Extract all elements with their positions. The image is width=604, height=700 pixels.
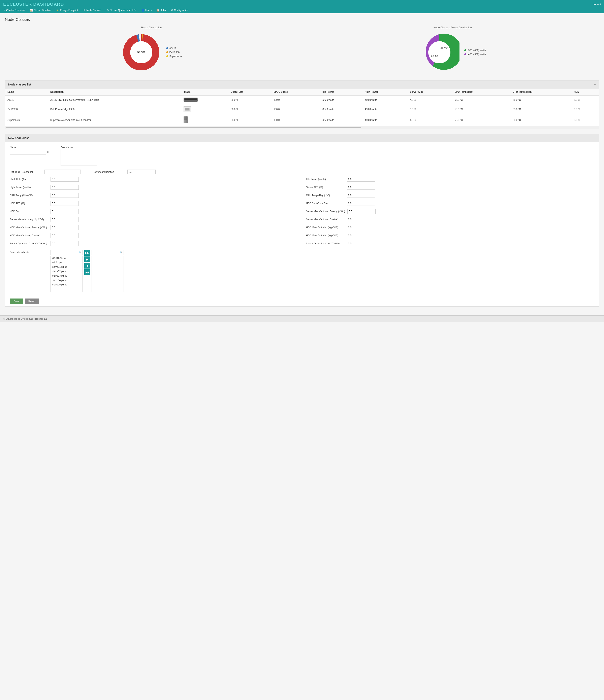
cpu-high-input[interactable] (347, 193, 375, 198)
supermicro-legend-label: Supermicro (169, 55, 182, 58)
available-hosts-list[interactable]: gpu01.pir.uo mic01.pir.uo slave01.pir.uo… (50, 256, 83, 292)
transfer-all-left-btn[interactable]: ◀◀ (84, 269, 90, 275)
col-server-afr: Server AFR (408, 89, 452, 96)
server-op-cost-input[interactable] (50, 241, 79, 246)
configuration-icon: ⚙ (171, 9, 173, 12)
host-item-slave05[interactable]: slave05.pir.uo (51, 282, 82, 287)
cell-afr-supermicro: 4.0 % (408, 114, 452, 126)
hdd-qty-input[interactable] (50, 209, 79, 214)
table-header-row: Name Description Image Useful Life SPEC … (5, 89, 599, 96)
power-consumption-input[interactable] (127, 170, 155, 174)
page-title: Node Classes (5, 17, 599, 22)
supermicro-server-image (184, 116, 188, 123)
cpu-idle-input[interactable] (50, 193, 79, 198)
idle-power-label: Idle Power (Watts) (306, 178, 344, 181)
hdd-afr-input[interactable] (50, 201, 79, 206)
available-search-input[interactable] (50, 250, 83, 255)
host-item-slave04[interactable]: slave04.pir.uo (51, 278, 82, 282)
hdd-start-stop-input[interactable] (347, 201, 375, 206)
new-node-class-collapse-btn[interactable]: − (594, 136, 596, 140)
server-mfg-cost-input[interactable] (347, 217, 375, 222)
server-op-cost-label: Server Operating Cost (CO2/KWh) (10, 242, 48, 245)
host-item-gpu01[interactable]: gpu01.pir.uo (51, 256, 82, 260)
nav-jobs[interactable]: 📋 Jobs (156, 8, 166, 12)
cell-cpu-idle-supermicro: 55.0 °C (452, 114, 510, 126)
idle-power-input[interactable] (347, 177, 375, 182)
power-label-green: 66.7% (440, 47, 448, 50)
hdd-mfg-co2-right-input[interactable] (347, 233, 375, 238)
selected-hosts-list[interactable] (92, 256, 124, 292)
server-mfg-co2-label: Server Manufacturing (Kg CO2) (10, 218, 48, 221)
transfer-right-btn[interactable]: ▶ (84, 256, 90, 262)
cell-afr-dell: 6.0 % (408, 104, 452, 114)
cell-cpu-idle-asus: 55.0 °C (452, 96, 510, 104)
title-prefix: EE (3, 2, 9, 7)
col-image: Image (181, 89, 228, 96)
high-power-row: High Power (Watts) (10, 185, 298, 190)
picture-url-input[interactable] (45, 170, 81, 174)
high-power-input[interactable] (50, 185, 79, 190)
server-mfg-cost-row: Server Manufacturing Cost (€) (306, 217, 594, 222)
nav-cluster-timeline[interactable]: 📊 Cluster Timeline (29, 8, 52, 12)
nav-node-classes[interactable]: 🖥 Node Classes (82, 8, 102, 12)
hdd-mfg-co2-input[interactable] (347, 225, 375, 230)
host-item-slave03[interactable]: slave03.pir.uo (51, 274, 82, 278)
hdd-mfg-energy-input[interactable] (50, 225, 79, 230)
useful-life-input[interactable] (50, 177, 79, 182)
scrollbar-thumb[interactable] (6, 127, 361, 128)
server-afr-row: Server AFR (%) (306, 185, 594, 190)
nav-cluster-queues[interactable]: ⚙ Cluster Queues and PEs (106, 8, 137, 12)
power-legend: [300 - 400] Watts [400 - 500] Watts (464, 49, 486, 56)
hosts-chart-title: Hosts Distribution (141, 26, 162, 29)
reset-button[interactable]: Reset (25, 299, 39, 304)
cell-idle-power-dell: 225.0 watts (319, 104, 362, 114)
cell-idle-power-asus: 225.0 watts (319, 96, 362, 104)
cell-name-dell: Dell 2950 (5, 104, 48, 114)
host-item-mic01[interactable]: mic01.pir.uo (51, 260, 82, 265)
navigation: ≡ Cluster Overview 📊 Cluster Timeline ⚡ … (0, 8, 604, 13)
host-item-slave01[interactable]: slave01.pir.uo (51, 265, 82, 269)
nav-users[interactable]: 👤 Users (141, 8, 152, 12)
list-icon[interactable]: ≡ (47, 150, 49, 154)
cell-cpu-high-supermicro: 65.0 °C (510, 114, 572, 126)
col-name: Name (5, 89, 48, 96)
name-desc-row: Name: ≡ Description: (10, 146, 594, 166)
legend-supermicro: Supermicro (166, 55, 182, 58)
nav-cluster-overview[interactable]: ≡ Cluster Overview (3, 8, 25, 12)
table-row: ASUS ASUS ESC4000_G2 server with TESLA g… (5, 96, 599, 104)
node-classes-icon: 🖥 (83, 9, 86, 12)
nav-jobs-label: Jobs (161, 9, 166, 12)
server-mfg-energy-input[interactable] (347, 209, 376, 214)
transfer-all-right-btn[interactable]: ▶▶ (84, 250, 90, 256)
node-classes-collapse-btn[interactable]: − (594, 83, 596, 86)
selected-search-input[interactable] (92, 250, 124, 255)
available-hosts-section: 🔍 gpu01.pir.uo mic01.pir.uo slave01.pir.… (50, 250, 83, 292)
table-scrollbar[interactable] (5, 126, 599, 129)
logout-button[interactable]: Logout (593, 3, 601, 6)
save-button[interactable]: Save (10, 299, 23, 304)
description-textarea[interactable] (61, 150, 97, 166)
high-power-label: High Power (Watts) (10, 186, 48, 189)
description-label: Description: (61, 146, 97, 149)
transfer-left-btn[interactable]: ◀ (84, 263, 90, 269)
hdd-mfg-cost-input[interactable] (50, 233, 79, 238)
cell-image-asus (181, 96, 228, 104)
nav-cluster-overview-label: Cluster Overview (6, 9, 25, 12)
server-mfg-energy-row: Server Manufacturing Energy (KWh) (306, 209, 594, 214)
app-title: EECLUSTER DASHBOARD (3, 2, 64, 7)
server-op-cost-right-input[interactable] (347, 241, 375, 246)
name-input[interactable] (10, 150, 46, 154)
cluster-timeline-icon: 📊 (30, 9, 33, 12)
nav-energy-footprint[interactable]: ⚡ Energy Footprint (55, 8, 79, 12)
cell-name-asus: ASUS (5, 96, 48, 104)
useful-life-row: Useful Life (%) (10, 177, 298, 182)
server-mfg-co2-input[interactable] (50, 217, 79, 222)
hdd-mfg-co2-right-label: HDD Manufacturing (Kg CO2) (306, 234, 344, 237)
svg-rect-4 (185, 109, 189, 110)
selected-search-box: 🔍 (92, 250, 124, 255)
nav-configuration[interactable]: ⚙ Configuration (170, 8, 189, 12)
title-main: CLUSTER DASHBOARD (9, 2, 64, 7)
cell-hdd-asus: 6.0 % (572, 96, 599, 104)
host-item-slave02[interactable]: slave02.pir.uo (51, 269, 82, 274)
server-afr-input[interactable] (347, 185, 375, 190)
